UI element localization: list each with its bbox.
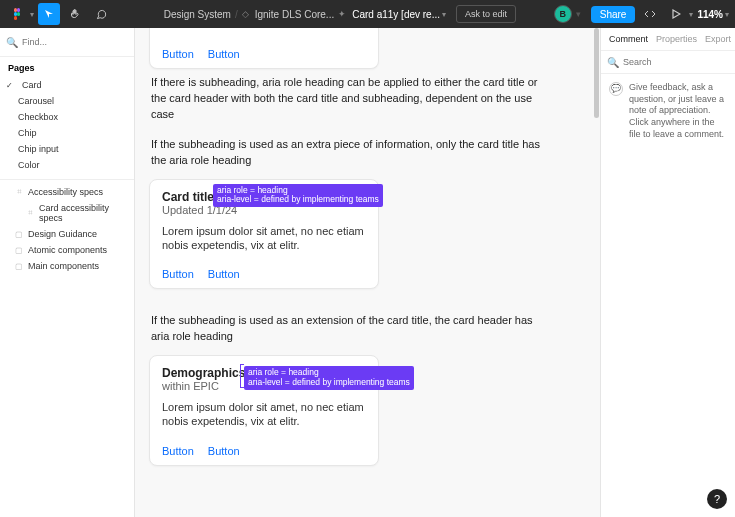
tab-comment[interactable]: Comment	[609, 34, 648, 44]
card-title: Demographics	[162, 366, 245, 380]
card-body: Lorem ipsum dolor sit amet, no nec etiam…	[162, 400, 366, 429]
page-item-color[interactable]: Color	[4, 157, 130, 173]
example-card: Card title ↔ Updated 1/1/24 ⋮ aria role …	[149, 179, 379, 290]
zoom-level[interactable]: 114%	[697, 9, 723, 20]
page-item-chip[interactable]: Chip	[4, 125, 130, 141]
share-button[interactable]: Share	[591, 6, 636, 23]
help-button[interactable]: ?	[707, 489, 727, 509]
left-sidebar: 🔍 Card ⌃ Pages Card Carousel Checkbox Ch…	[0, 28, 135, 517]
frame-icon: ⌗	[26, 208, 35, 218]
card-subtitle: within EPIC	[162, 380, 245, 392]
card-button[interactable]: Button	[208, 268, 240, 280]
hand-tool-icon[interactable]	[64, 3, 86, 25]
doc-paragraph: If the subheading is used as an extensio…	[151, 313, 551, 345]
example-card: Demographics within EPIC aria role = hea…	[149, 355, 379, 466]
a11y-annotation: aria role = headingaria-level = defined …	[244, 366, 414, 390]
card-button[interactable]: Button	[162, 268, 194, 280]
search-icon: 🔍	[6, 37, 18, 48]
right-sidebar: Comment Properties Export 🔍 @ ⚙ 💬 Give f…	[600, 28, 735, 517]
tab-properties[interactable]: Properties	[656, 34, 697, 44]
frame-icon: ⌗	[14, 187, 24, 197]
comment-search-input[interactable]	[623, 57, 735, 67]
card-title: Card title	[162, 190, 214, 204]
page-item-chip-input[interactable]: Chip input	[4, 141, 130, 157]
scrollbar-track	[592, 28, 600, 517]
comment-hint-text: Give feedback, ask a question, or just l…	[629, 82, 727, 140]
svg-rect-4	[14, 16, 17, 20]
breadcrumb: Design System / ◇ Ignite DLS Core... ✦ C…	[136, 5, 544, 23]
avatar-chevron[interactable]: ▾	[576, 9, 581, 19]
chevron-down-icon[interactable]: ▾	[30, 10, 34, 19]
breadcrumb-sep: /	[235, 9, 238, 20]
doc-paragraph: If there is subheading, aria role headin…	[151, 75, 551, 123]
layer-item[interactable]: ▢Design Guidance	[4, 226, 130, 242]
move-tool-icon[interactable]	[38, 3, 60, 25]
file-icon: ✦	[338, 9, 346, 19]
top-toolbar: ▾ Design System / ◇ Ignite DLS Core... ✦…	[0, 0, 735, 28]
present-icon[interactable]	[665, 3, 687, 25]
comment-tool-icon[interactable]	[90, 3, 112, 25]
frame-icon: ▢	[14, 230, 24, 239]
svg-rect-3	[17, 12, 20, 16]
card-body: Lorem ipsum dolor sit amet, no nec etiam…	[162, 224, 366, 253]
svg-rect-0	[14, 8, 17, 12]
breadcrumb-project[interactable]: Ignite DLS Core...	[255, 9, 334, 20]
layer-item[interactable]: ⌗Card accessibility specs	[4, 200, 130, 226]
a11y-annotation: aria role = headingaria-level = defined …	[213, 184, 383, 208]
dev-mode-icon[interactable]	[639, 3, 661, 25]
canvas[interactable]: Button Button If there is subheading, ar…	[135, 28, 600, 517]
card-button[interactable]: Button	[208, 445, 240, 457]
figma-menu-icon[interactable]	[6, 3, 28, 25]
example-card-top: Button Button	[149, 28, 379, 69]
frame-icon: ▢	[14, 246, 24, 255]
chevron-down-icon[interactable]: ▾	[689, 10, 693, 19]
card-button[interactable]: Button	[162, 445, 194, 457]
search-icon: 🔍	[607, 57, 619, 68]
svg-rect-1	[17, 8, 20, 12]
svg-rect-2	[14, 12, 17, 16]
layer-item[interactable]: ▢Atomic components	[4, 242, 130, 258]
card-button[interactable]: Button	[208, 48, 240, 60]
tab-export[interactable]: Export	[705, 34, 731, 44]
card-button[interactable]: Button	[162, 48, 194, 60]
chevron-down-icon[interactable]: ▾	[725, 10, 729, 19]
page-item-carousel[interactable]: Carousel	[4, 93, 130, 109]
doc-paragraph: If the subheading is used as an extra pi…	[151, 137, 551, 169]
pages-header: Pages	[0, 57, 134, 77]
project-icon: ◇	[242, 9, 249, 19]
avatar[interactable]: B	[554, 5, 572, 23]
breadcrumb-root[interactable]: Design System	[164, 9, 231, 20]
page-item-card[interactable]: Card	[4, 77, 130, 93]
breadcrumb-file[interactable]: Card a11y [dev re...	[352, 9, 440, 20]
scrollbar-thumb[interactable]	[594, 28, 599, 118]
layer-item[interactable]: ▢Main components	[4, 258, 130, 274]
layer-item[interactable]: ⌗Accessibility specs	[4, 184, 130, 200]
page-item-checkbox[interactable]: Checkbox	[4, 109, 130, 125]
chevron-down-icon[interactable]: ▾	[442, 10, 446, 19]
frame-icon: ▢	[14, 262, 24, 271]
comment-bubble-icon: 💬	[609, 82, 623, 96]
ask-to-edit-button[interactable]: Ask to edit	[456, 5, 516, 23]
find-input[interactable]	[22, 37, 134, 47]
